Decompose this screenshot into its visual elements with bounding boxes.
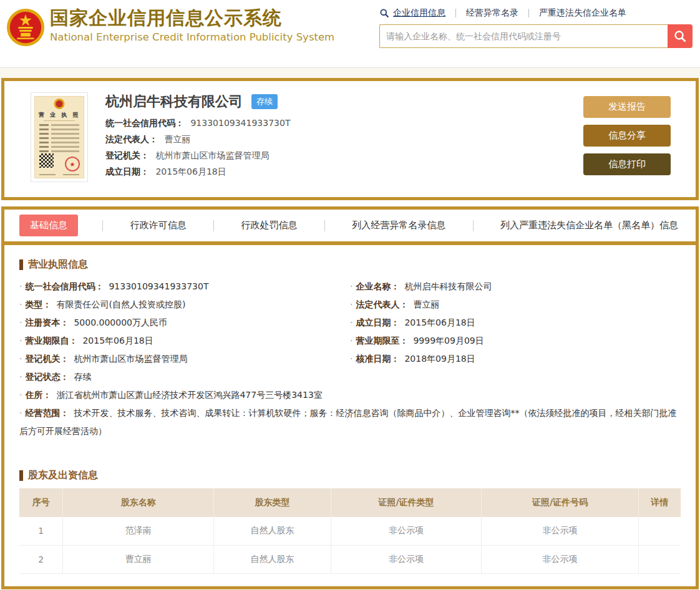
col-header-certificate-type: 证照/证件类型 bbox=[331, 488, 482, 517]
tab-serious-violations-blacklist[interactable]: 列入严重违法失信企业名单（黑名单）信息 bbox=[498, 215, 681, 236]
table-row: 1 范泽南 自然人股东 非公示项 非公示项 bbox=[19, 517, 681, 545]
section-bar bbox=[19, 470, 23, 481]
summary-field-registration-authority: 登记机关： 杭州市萧山区市场监督管理局 bbox=[105, 147, 583, 163]
shareholders-table: 序号 股东名称 股东类型 证照/证件类型 证照/证件号码 详情 1 范泽南 自然… bbox=[19, 488, 681, 574]
send-report-button[interactable]: 发送报告 bbox=[583, 96, 671, 118]
tab-separator bbox=[473, 220, 474, 231]
field-establish-date: 成立日期：2015年06月18日 bbox=[350, 314, 681, 332]
summary-field-establish-date: 成立日期： 2015年06月18日 bbox=[105, 163, 583, 180]
search-box bbox=[379, 24, 693, 48]
business-license-fields: 统一社会信用代码：91330109341933730T 企业名称：杭州启牛科技有… bbox=[19, 278, 681, 440]
site-title: 国家企业信用信息公示系统 bbox=[50, 6, 334, 30]
field-term-to: 营业期限至：9999年09月09日 bbox=[350, 332, 681, 350]
search-input[interactable] bbox=[379, 24, 668, 48]
company-actions: 发送报告 信息分享 信息打印 bbox=[583, 96, 671, 188]
nav-link-enterprise-credit[interactable]: 企业信用信息 bbox=[393, 7, 445, 19]
table-header-row: 序号 股东名称 股东类型 证照/证件类型 证照/证件号码 详情 bbox=[19, 488, 681, 517]
national-emblem-logo bbox=[6, 7, 45, 47]
section-title-shareholders: 股东及出资信息 bbox=[19, 469, 681, 482]
brand-text: 国家企业信用信息公示系统 National Enterprise Credit … bbox=[50, 6, 334, 43]
search-nav: 企业信用信息 经营异常名录 严重违法失信企业名单 bbox=[379, 7, 693, 19]
section-title-business-license: 营业执照信息 bbox=[19, 258, 681, 271]
license-text-lines bbox=[39, 124, 79, 155]
col-header-shareholder-type: 股东类型 bbox=[214, 488, 331, 517]
nav-link-serious-violations[interactable]: 严重违法失信企业名单 bbox=[539, 7, 626, 19]
license-paper: 营 业 执 照 ★ bbox=[34, 96, 84, 178]
tab-separator bbox=[102, 220, 103, 231]
tab-administrative-license[interactable]: 行政许可信息 bbox=[128, 215, 189, 236]
tab-administrative-penalty[interactable]: 行政处罚信息 bbox=[239, 215, 300, 236]
search-area: 企业信用信息 经营异常名录 严重违法失信企业名单 bbox=[379, 7, 693, 48]
license-qr-code bbox=[39, 153, 54, 168]
col-header-index: 序号 bbox=[19, 488, 63, 517]
company-name: 杭州启牛科技有限公司 bbox=[105, 92, 243, 111]
shareholders-section: 股东及出资信息 序号 股东名称 股东类型 证照/证件类型 证照/证件号码 详情 bbox=[19, 469, 681, 574]
status-badge: 存续 bbox=[251, 94, 278, 109]
field-term-from: 营业期限自：2015年06月18日 bbox=[19, 332, 350, 350]
tab-separator bbox=[324, 220, 325, 231]
field-company-type: 类型：有限责任公司(自然人投资或控股) bbox=[19, 296, 350, 314]
license-emblem-icon bbox=[54, 99, 65, 109]
field-spacer bbox=[350, 368, 681, 386]
business-license-image[interactable]: 营 业 执 照 ★ bbox=[31, 92, 88, 182]
search-button-icon bbox=[673, 29, 687, 43]
col-header-details: 详情 bbox=[638, 488, 681, 517]
nav-separator bbox=[528, 9, 529, 17]
nav-separator bbox=[455, 9, 456, 17]
summary-field-legal-rep: 法定代表人： 曹立丽 bbox=[105, 131, 583, 147]
field-company-name: 企业名称：杭州启牛科技有限公司 bbox=[350, 278, 681, 296]
search-icon bbox=[379, 8, 389, 18]
field-registered-capital: 注册资本：5000.000000万人民币 bbox=[19, 314, 350, 332]
license-title: 营 业 执 照 bbox=[35, 111, 84, 119]
share-info-button[interactable]: 信息分享 bbox=[583, 125, 671, 147]
field-business-scope: 经营范围：技术开发、技术服务、技术咨询、成果转让：计算机软硬件；服务：经济信息咨… bbox=[19, 404, 681, 440]
field-address: 住所：浙江省杭州市萧山区萧山经济技术开发区鸿兴路477号三号楼3413室 bbox=[19, 386, 681, 404]
field-registration-status: 登记状态：存续 bbox=[19, 368, 350, 386]
col-header-certificate-number: 证照/证件号码 bbox=[482, 488, 638, 517]
site-subtitle: National Enterprise Credit Information P… bbox=[50, 31, 334, 43]
col-header-shareholder-name: 股东名称 bbox=[63, 488, 214, 517]
tab-separator bbox=[213, 220, 214, 231]
section-bar bbox=[19, 259, 23, 270]
tab-abnormal-operations-list[interactable]: 列入经营异常名录信息 bbox=[349, 215, 448, 236]
summary-field-credit-code: 统一社会信用代码： 91330109341933730T bbox=[105, 115, 583, 131]
site-header: 国家企业信用信息公示系统 National Enterprise Credit … bbox=[0, 0, 700, 68]
print-info-button[interactable]: 信息打印 bbox=[583, 153, 671, 175]
search-button[interactable] bbox=[668, 24, 693, 48]
detail-card: 基础信息 行政许可信息 行政处罚信息 列入经营异常名录信息 列入严重违法失信企业… bbox=[1, 206, 699, 589]
tab-bar: 基础信息 行政许可信息 行政处罚信息 列入经营异常名录信息 列入严重违法失信企业… bbox=[4, 210, 696, 245]
company-summary-card: 营 业 执 照 ★ 杭州启牛科技有限公司 存续 统一社会信用代码： 913301… bbox=[1, 78, 699, 200]
field-credit-code: 统一社会信用代码：91330109341933730T bbox=[19, 278, 350, 296]
tab-basic-info[interactable]: 基础信息 bbox=[19, 215, 78, 236]
license-footer-lines bbox=[39, 174, 79, 175]
tab-content: 营业执照信息 统一社会信用代码：91330109341933730T 企业名称：… bbox=[4, 245, 696, 586]
license-red-seal: ★ bbox=[65, 157, 80, 172]
brand: 国家企业信用信息公示系统 National Enterprise Credit … bbox=[5, 6, 334, 47]
company-info: 杭州启牛科技有限公司 存续 统一社会信用代码： 9133010934193373… bbox=[88, 92, 583, 188]
table-row: 2 曹立丽 自然人股东 非公示项 非公示项 bbox=[19, 545, 681, 573]
license-divider bbox=[44, 120, 75, 121]
field-registration-authority: 登记机关：杭州市萧山区市场监督管理局 bbox=[19, 350, 350, 368]
nav-link-abnormal-operations[interactable]: 经营异常名录 bbox=[466, 7, 518, 19]
header-accent-strip bbox=[0, 68, 700, 78]
field-approval-date: 核准日期：2018年09月18日 bbox=[350, 350, 681, 368]
field-legal-rep: 法定代表人：曹立丽 bbox=[350, 296, 681, 314]
